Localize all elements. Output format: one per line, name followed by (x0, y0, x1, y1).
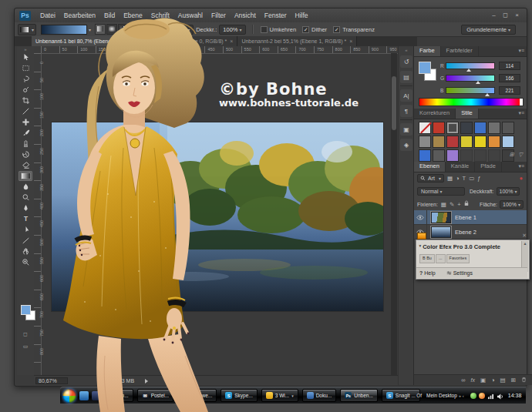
hand-tool[interactable] (19, 246, 32, 256)
checkbox-dither[interactable]: ✓Dither (302, 26, 327, 33)
blend-mode-select[interactable]: Normal (163, 25, 194, 35)
type-tool[interactable]: T (19, 214, 32, 224)
checkbox-transparenz[interactable]: ✓Transparenz (333, 26, 375, 33)
menu-schrift[interactable]: Schrift (147, 10, 173, 21)
opacity-value[interactable]: 100% (497, 187, 520, 196)
brush-tool[interactable] (19, 128, 32, 138)
restore-button[interactable]: ◻ (500, 11, 511, 20)
lock-transparency-icon[interactable]: ▦ (441, 201, 446, 208)
layers-tab-kanäle[interactable]: Kanäle (446, 162, 475, 172)
settings-link[interactable]: Settings (453, 270, 473, 276)
gradient-preview[interactable] (41, 25, 87, 35)
panel-menu-icon[interactable]: ▾≡ (518, 110, 524, 116)
document-tab-3[interactable]: Unbenannt-2 bei 55,1% (Ebene 1, RGB/8) *… (237, 36, 357, 46)
taskbar-button-rin[interactable]: rin... (105, 389, 133, 402)
pen-tool[interactable] (19, 203, 32, 213)
style-swatch[interactable] (474, 136, 487, 148)
close-icon[interactable]: × (230, 39, 233, 44)
quick-launch-icon[interactable] (92, 391, 101, 400)
style-swatch[interactable] (419, 149, 431, 162)
style-swatch[interactable] (460, 149, 473, 162)
style-swatch[interactable] (488, 149, 500, 162)
delete-style-icon[interactable]: ▽ (519, 152, 523, 158)
app-icon-orange[interactable] (479, 393, 485, 399)
start-button[interactable] (62, 389, 76, 403)
tool-preset-picker[interactable] (18, 24, 36, 35)
filter-type-icon[interactable]: T (463, 175, 466, 182)
chevron-down-icon[interactable] (87, 26, 91, 33)
eraser-tool[interactable] (19, 160, 32, 170)
style-swatch[interactable] (419, 122, 431, 134)
styles-tab-korrekturen[interactable]: Korrekturen (414, 109, 456, 119)
lock-pixels-icon[interactable]: ✎ (450, 201, 454, 208)
style-swatch[interactable] (488, 122, 500, 134)
filter-shape-icon[interactable]: ▭ (469, 175, 474, 182)
taskbar-button-skype[interactable]: SSkype... (221, 389, 257, 402)
linear-gradient-button[interactable] (95, 24, 106, 35)
radial-gradient-button[interactable] (106, 24, 117, 35)
menu-fenster[interactable]: Fenster (261, 10, 291, 21)
style-swatch[interactable] (446, 122, 459, 134)
help-link[interactable]: Help (424, 270, 435, 276)
blur-tool[interactable] (19, 182, 32, 192)
collapse-toolbox-icon[interactable]: » (17, 47, 34, 52)
delete-layer-icon[interactable] (521, 377, 527, 384)
slider-thumb[interactable] (485, 93, 490, 96)
history-brush-tool[interactable] (19, 149, 32, 159)
slider-thumb[interactable] (476, 81, 480, 84)
style-swatch[interactable] (474, 149, 487, 162)
taskbar-button-3wi[interactable]: 3 Wi...▾ (261, 389, 298, 402)
foreground-color-swatch[interactable] (419, 62, 431, 74)
desktop-toolbar-label[interactable]: Mein Desktop » ‹ (426, 393, 464, 398)
layer-name[interactable]: Ebene 1 (455, 214, 476, 221)
style-swatch[interactable] (488, 136, 500, 148)
menu-bild[interactable]: Bild (100, 10, 119, 21)
document-tab-2[interactable]: bei 66,7% (Ebene 0, RGB/8) *× (151, 36, 237, 46)
angle-gradient-button[interactable] (118, 24, 129, 35)
marquee-tool[interactable] (19, 63, 32, 73)
clone-stamp-tool[interactable] (19, 139, 32, 149)
lock-position-icon[interactable]: + (457, 201, 460, 208)
diamond-gradient-button[interactable] (141, 24, 152, 35)
properties-panel-icon[interactable]: ▤ (400, 71, 412, 83)
quick-selection-tool[interactable] (19, 85, 32, 95)
gradient-tool[interactable] (19, 171, 32, 181)
eyedropper-tool[interactable] (19, 106, 32, 116)
channel-value[interactable]: 221 (499, 86, 520, 95)
3d-panel-icon[interactable]: ◈ (400, 139, 412, 151)
style-swatch[interactable] (446, 136, 459, 148)
reflected-gradient-button[interactable] (130, 24, 140, 35)
scrollbar-thumb[interactable] (392, 76, 396, 130)
crop-tool[interactable] (19, 95, 32, 106)
opacity-value[interactable]: 100% (219, 25, 245, 35)
canvas-area[interactable]: 0501001502002503003504004505005506006507… (34, 46, 398, 375)
lock-all-icon[interactable] (464, 200, 469, 208)
taskbar-clock[interactable]: 14:38 (508, 393, 522, 398)
taskbar-button-unben[interactable]: PsUnben... (340, 389, 378, 402)
color-efex-tab[interactable]: B Bu (419, 254, 435, 263)
menu-filter[interactable]: Filter (207, 10, 230, 21)
panel-menu-icon[interactable]: ▾≡ (518, 48, 524, 54)
quick-mask-button[interactable]: ◻ (17, 331, 34, 337)
channel-slider[interactable] (446, 75, 495, 82)
menu-datei[interactable]: Datei (36, 10, 59, 21)
style-swatch[interactable] (433, 122, 445, 134)
filter-toggle-icon[interactable]: ● (519, 175, 523, 182)
filter-effects-icon[interactable]: ƒ (477, 175, 480, 182)
channel-slider[interactable] (446, 87, 495, 94)
minimize-button[interactable]: – (488, 11, 500, 20)
channel-value[interactable]: 114 (499, 62, 520, 70)
color-tab-farbe[interactable]: Farbe (414, 46, 441, 56)
fill-value[interactable]: 100% (500, 200, 524, 209)
blend-mode-select[interactable]: Normal (417, 187, 465, 196)
path-selection-tool[interactable] (19, 225, 32, 235)
move-tool[interactable] (19, 52, 32, 62)
color-efex-tab[interactable]: ... (436, 254, 446, 263)
expand-panels-icon[interactable]: « (399, 48, 414, 52)
filter-pixel-icon[interactable]: ▦ (447, 175, 453, 182)
document-tab-1[interactable]: Unbenannt-1 bei 80,7% (Ebene 1, RGB/8) *… (32, 36, 151, 46)
channel-slider[interactable] (446, 62, 495, 69)
shape-tool[interactable] (19, 236, 32, 246)
status-menu-arrow-icon[interactable] (145, 379, 148, 384)
layer-group-icon[interactable]: ▤ (500, 377, 506, 384)
